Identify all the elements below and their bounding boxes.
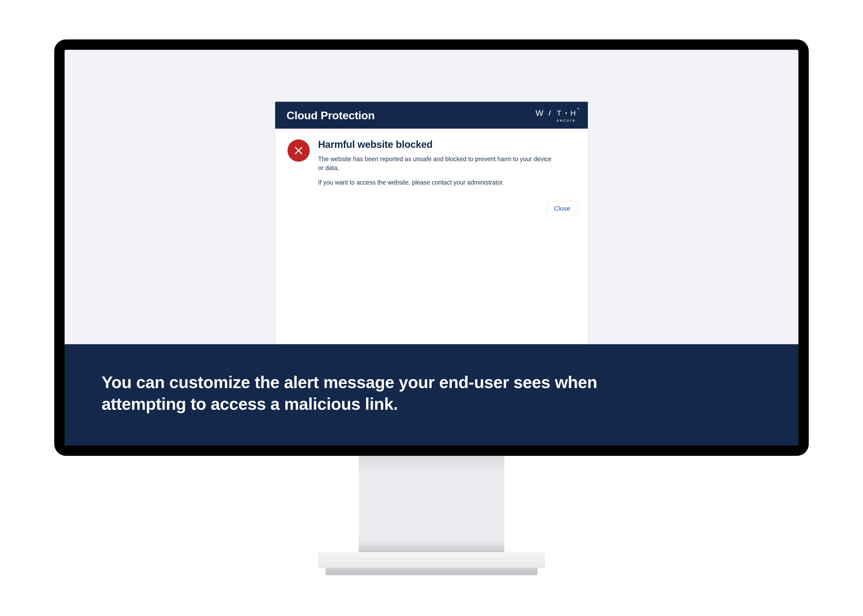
brand-subtext: secure: [557, 118, 576, 123]
message-line-2: If you want to access the website, pleas…: [318, 178, 557, 187]
page: Cloud Protection W T H ® secure: [0, 0, 863, 616]
monitor-stand-base: [318, 552, 545, 568]
message-line-1: The website has been reported as unsafe …: [318, 154, 557, 173]
dialog-body: Harmful website blocked The website has …: [275, 129, 588, 195]
message-title: Harmful website blocked: [318, 139, 557, 150]
brand-letter-h: H: [570, 109, 576, 117]
brand-letter-t: T: [557, 109, 562, 117]
error-icon: [288, 140, 310, 162]
brand-dot-icon: [565, 112, 567, 114]
dialog-header: Cloud Protection W T H ® secure: [275, 102, 588, 129]
monitor-stand-foot: [326, 568, 537, 575]
banner-text: You can customize the alert message your…: [102, 372, 681, 415]
alert-dialog: Cloud Protection W T H ® secure: [275, 102, 588, 344]
monitor-screen: Cloud Protection W T H ® secure: [65, 50, 798, 445]
dialog-title: Cloud Protection: [287, 109, 375, 122]
dialog-footer: Close: [275, 195, 588, 226]
brand-wordmark: W T H ®: [535, 108, 576, 118]
screen-upper-area: Cloud Protection W T H ® secure: [65, 50, 798, 344]
brand-slash-icon: [549, 110, 551, 116]
monitor-stand-neck: [359, 456, 504, 552]
info-banner: You can customize the alert message your…: [65, 344, 798, 445]
monitor-frame: Cloud Protection W T H ® secure: [54, 39, 809, 456]
brand-letter-w: W: [535, 108, 543, 118]
close-button[interactable]: Close: [546, 201, 578, 216]
dialog-message: Harmful website blocked The website has …: [318, 139, 557, 192]
brand-logo: W T H ® secure: [535, 108, 576, 123]
brand-registered-mark: ®: [577, 107, 580, 110]
